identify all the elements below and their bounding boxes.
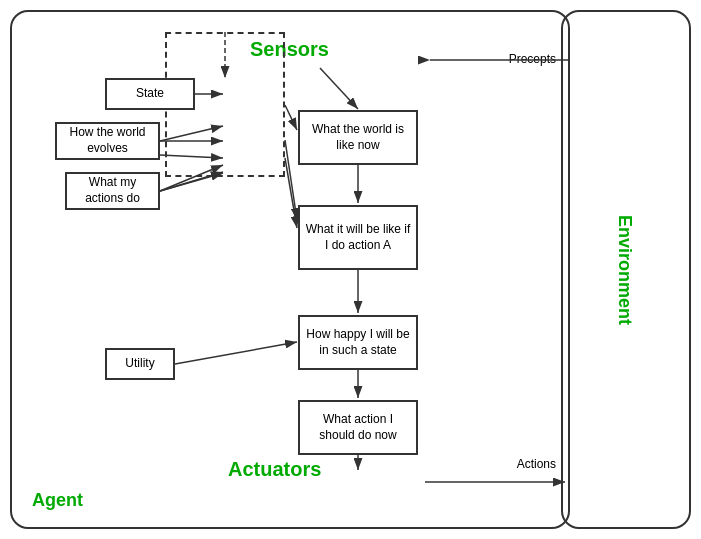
utility-box: Utility bbox=[105, 348, 175, 380]
will-be-box: What it will be like if I do action A bbox=[298, 205, 418, 270]
actuators-label: Actuators bbox=[228, 458, 321, 481]
actions-do-box: What my actions do bbox=[65, 172, 160, 210]
world-evolves-box: How the world evolves bbox=[55, 122, 160, 160]
precepts-label: Precepts bbox=[509, 52, 556, 66]
agent-label: Agent bbox=[32, 490, 83, 511]
main-container: Environment Precepts Actions Sensors Act… bbox=[10, 10, 691, 529]
action-now-box: What action I should do now bbox=[298, 400, 418, 455]
environment-box: Environment bbox=[561, 10, 691, 529]
world-now-box: What the world is like now bbox=[298, 110, 418, 165]
happy-box: How happy I will be in such a state bbox=[298, 315, 418, 370]
environment-label: Environment bbox=[613, 214, 634, 324]
agent-box bbox=[10, 10, 570, 529]
actions-label: Actions bbox=[517, 457, 556, 471]
state-box: State bbox=[105, 78, 195, 110]
